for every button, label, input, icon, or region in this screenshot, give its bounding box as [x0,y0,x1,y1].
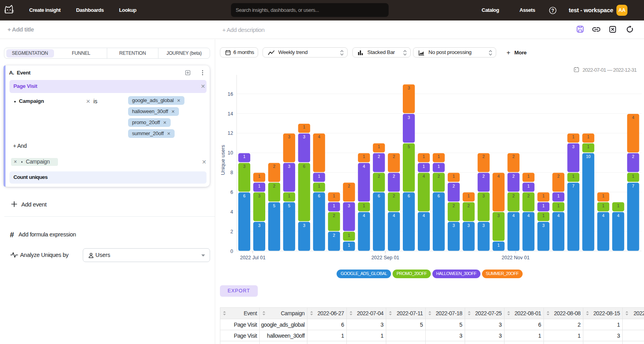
svg-text:2: 2 [452,184,455,188]
svg-text:16: 16 [228,91,233,97]
svg-text:2: 2 [557,174,560,179]
svg-text:3: 3 [542,223,545,228]
svg-text:1: 1 [318,174,320,179]
svg-text:4: 4 [602,213,605,218]
svg-text:4: 4 [497,174,500,179]
svg-text:2: 2 [632,154,635,159]
svg-text:4: 4 [423,213,425,218]
svg-text:1: 1 [497,243,500,247]
svg-text:4: 4 [423,174,425,179]
svg-text:4: 4 [231,209,233,215]
svg-text:3: 3 [303,134,305,139]
svg-text:1: 1 [557,203,560,208]
svg-text:2: 2 [467,203,470,208]
svg-text:14: 14 [228,111,233,117]
svg-text:3: 3 [467,223,470,228]
svg-text:2: 2 [512,154,515,159]
svg-text:1: 1 [587,144,590,149]
svg-text:1: 1 [452,174,455,179]
svg-text:3: 3 [258,193,261,198]
svg-text:6: 6 [231,190,233,195]
svg-text:Unique users: Unique users [220,145,226,175]
svg-text:1: 1 [258,184,261,188]
svg-text:10: 10 [228,150,233,156]
svg-text:2: 2 [333,233,335,238]
svg-text:4: 4 [557,213,560,218]
svg-text:4: 4 [632,115,635,120]
svg-text:1: 1 [572,134,575,139]
svg-text:1: 1 [557,193,560,198]
svg-text:7: 7 [632,184,635,188]
svg-text:3: 3 [408,115,410,120]
svg-text:2: 2 [482,154,485,159]
svg-text:1: 1 [423,154,425,159]
svg-text:2: 2 [231,229,233,234]
svg-text:1: 1 [348,243,350,247]
svg-text:2: 2 [527,193,530,198]
svg-text:1: 1 [333,193,335,198]
svg-text:2022 Sep 01: 2022 Sep 01 [371,255,399,260]
svg-text:1: 1 [258,174,261,179]
svg-text:4: 4 [617,213,620,218]
svg-text:4: 4 [393,213,395,218]
svg-text:1: 1 [303,125,305,129]
svg-text:6: 6 [378,193,380,198]
svg-text:4: 4 [363,213,365,218]
svg-text:4: 4 [318,134,320,139]
svg-text:2: 2 [348,184,350,188]
svg-text:3: 3 [243,164,246,169]
svg-text:3: 3 [303,223,305,228]
svg-text:6: 6 [408,193,410,198]
svg-text:6: 6 [318,193,320,198]
svg-text:2: 2 [482,174,485,179]
svg-text:2: 2 [378,154,380,159]
svg-text:2: 2 [333,213,335,218]
svg-text:4: 4 [527,213,530,218]
svg-text:10: 10 [586,154,591,159]
svg-text:3: 3 [288,134,290,139]
svg-text:1: 1 [602,193,605,198]
svg-text:1: 1 [363,203,365,208]
svg-text:1: 1 [243,154,246,159]
svg-text:3: 3 [497,213,500,218]
svg-text:1: 1 [437,154,440,159]
svg-text:1: 1 [632,174,635,179]
svg-text:3: 3 [572,144,575,149]
svg-text:1: 1 [542,193,545,198]
svg-text:2: 2 [512,174,515,179]
svg-text:3: 3 [288,164,290,169]
svg-text:3: 3 [452,223,455,228]
svg-text:2: 2 [378,174,380,179]
svg-text:5: 5 [273,203,275,208]
svg-text:1: 1 [602,203,605,208]
svg-text:2: 2 [393,154,395,159]
svg-text:6: 6 [243,193,246,198]
svg-text:4: 4 [512,213,515,218]
svg-text:1: 1 [617,203,620,208]
svg-text:2022 Nov 01: 2022 Nov 01 [502,255,530,260]
svg-text:2: 2 [393,193,395,198]
svg-text:2: 2 [273,164,275,169]
svg-text:1: 1 [572,174,575,179]
svg-text:8: 8 [231,170,233,175]
svg-text:3: 3 [482,193,485,198]
svg-text:2: 2 [452,203,455,208]
svg-text:2: 2 [437,174,440,179]
svg-text:1: 1 [527,184,530,188]
svg-text:1: 1 [363,154,365,159]
svg-text:1: 1 [318,184,320,188]
svg-text:1: 1 [333,203,335,208]
svg-text:2022 Jul 01: 2022 Jul 01 [240,255,266,260]
svg-text:1: 1 [542,213,545,218]
svg-text:2: 2 [512,193,515,198]
svg-text:0: 0 [231,249,233,254]
svg-text:1: 1 [527,174,530,179]
svg-text:1: 1 [378,144,380,149]
svg-text:1: 1 [423,164,425,169]
svg-text:3: 3 [408,86,410,90]
svg-text:1: 1 [542,203,545,208]
svg-text:6: 6 [437,193,440,198]
svg-text:3: 3 [482,223,485,228]
svg-text:12: 12 [228,130,233,136]
svg-text:6: 6 [303,164,305,169]
